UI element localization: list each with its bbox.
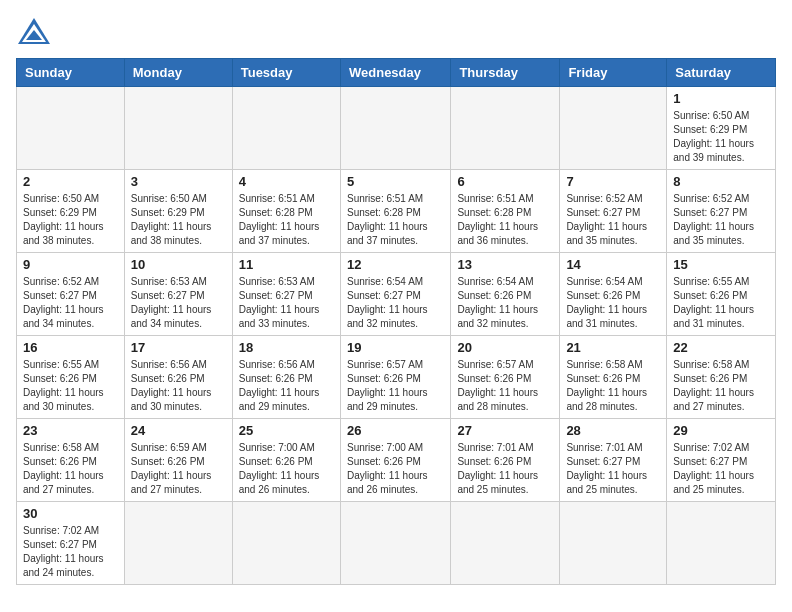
calendar-header-row: SundayMondayTuesdayWednesdayThursdayFrid… <box>17 59 776 87</box>
day-info: Sunrise: 6:50 AM Sunset: 6:29 PM Dayligh… <box>673 109 769 165</box>
calendar-cell: 26Sunrise: 7:00 AM Sunset: 6:26 PM Dayli… <box>340 419 450 502</box>
calendar-cell <box>232 87 340 170</box>
day-number: 18 <box>239 340 334 355</box>
logo <box>16 16 58 46</box>
calendar-cell: 5Sunrise: 6:51 AM Sunset: 6:28 PM Daylig… <box>340 170 450 253</box>
day-number: 6 <box>457 174 553 189</box>
day-number: 12 <box>347 257 444 272</box>
day-info: Sunrise: 6:55 AM Sunset: 6:26 PM Dayligh… <box>23 358 118 414</box>
day-info: Sunrise: 6:56 AM Sunset: 6:26 PM Dayligh… <box>131 358 226 414</box>
calendar-cell <box>560 502 667 585</box>
day-number: 15 <box>673 257 769 272</box>
calendar-cell <box>451 502 560 585</box>
calendar-week-row: 2Sunrise: 6:50 AM Sunset: 6:29 PM Daylig… <box>17 170 776 253</box>
calendar-cell: 3Sunrise: 6:50 AM Sunset: 6:29 PM Daylig… <box>124 170 232 253</box>
day-number: 24 <box>131 423 226 438</box>
calendar-week-row: 1Sunrise: 6:50 AM Sunset: 6:29 PM Daylig… <box>17 87 776 170</box>
calendar-cell <box>560 87 667 170</box>
calendar-cell: 16Sunrise: 6:55 AM Sunset: 6:26 PM Dayli… <box>17 336 125 419</box>
calendar-cell: 25Sunrise: 7:00 AM Sunset: 6:26 PM Dayli… <box>232 419 340 502</box>
calendar-cell <box>17 87 125 170</box>
day-number: 23 <box>23 423 118 438</box>
calendar-cell: 22Sunrise: 6:58 AM Sunset: 6:26 PM Dayli… <box>667 336 776 419</box>
day-number: 30 <box>23 506 118 521</box>
day-number: 7 <box>566 174 660 189</box>
calendar-cell: 28Sunrise: 7:01 AM Sunset: 6:27 PM Dayli… <box>560 419 667 502</box>
day-number: 10 <box>131 257 226 272</box>
day-number: 8 <box>673 174 769 189</box>
day-info: Sunrise: 6:56 AM Sunset: 6:26 PM Dayligh… <box>239 358 334 414</box>
day-number: 16 <box>23 340 118 355</box>
day-info: Sunrise: 6:57 AM Sunset: 6:26 PM Dayligh… <box>457 358 553 414</box>
calendar-cell: 19Sunrise: 6:57 AM Sunset: 6:26 PM Dayli… <box>340 336 450 419</box>
calendar-header-wednesday: Wednesday <box>340 59 450 87</box>
day-info: Sunrise: 6:54 AM Sunset: 6:27 PM Dayligh… <box>347 275 444 331</box>
calendar-header-saturday: Saturday <box>667 59 776 87</box>
day-info: Sunrise: 6:58 AM Sunset: 6:26 PM Dayligh… <box>23 441 118 497</box>
calendar-header-tuesday: Tuesday <box>232 59 340 87</box>
calendar-cell <box>451 87 560 170</box>
calendar-cell: 23Sunrise: 6:58 AM Sunset: 6:26 PM Dayli… <box>17 419 125 502</box>
day-number: 4 <box>239 174 334 189</box>
day-info: Sunrise: 7:01 AM Sunset: 6:27 PM Dayligh… <box>566 441 660 497</box>
day-info: Sunrise: 6:52 AM Sunset: 6:27 PM Dayligh… <box>566 192 660 248</box>
day-info: Sunrise: 6:58 AM Sunset: 6:26 PM Dayligh… <box>566 358 660 414</box>
calendar-cell: 11Sunrise: 6:53 AM Sunset: 6:27 PM Dayli… <box>232 253 340 336</box>
day-info: Sunrise: 7:02 AM Sunset: 6:27 PM Dayligh… <box>23 524 118 580</box>
day-info: Sunrise: 7:00 AM Sunset: 6:26 PM Dayligh… <box>347 441 444 497</box>
calendar-cell: 15Sunrise: 6:55 AM Sunset: 6:26 PM Dayli… <box>667 253 776 336</box>
calendar-cell: 17Sunrise: 6:56 AM Sunset: 6:26 PM Dayli… <box>124 336 232 419</box>
calendar-cell: 20Sunrise: 6:57 AM Sunset: 6:26 PM Dayli… <box>451 336 560 419</box>
day-number: 26 <box>347 423 444 438</box>
day-info: Sunrise: 6:52 AM Sunset: 6:27 PM Dayligh… <box>23 275 118 331</box>
day-info: Sunrise: 6:51 AM Sunset: 6:28 PM Dayligh… <box>239 192 334 248</box>
calendar-cell: 7Sunrise: 6:52 AM Sunset: 6:27 PM Daylig… <box>560 170 667 253</box>
calendar-week-row: 16Sunrise: 6:55 AM Sunset: 6:26 PM Dayli… <box>17 336 776 419</box>
day-info: Sunrise: 6:52 AM Sunset: 6:27 PM Dayligh… <box>673 192 769 248</box>
calendar-cell: 14Sunrise: 6:54 AM Sunset: 6:26 PM Dayli… <box>560 253 667 336</box>
day-number: 9 <box>23 257 118 272</box>
calendar-cell: 18Sunrise: 6:56 AM Sunset: 6:26 PM Dayli… <box>232 336 340 419</box>
calendar-cell: 24Sunrise: 6:59 AM Sunset: 6:26 PM Dayli… <box>124 419 232 502</box>
day-info: Sunrise: 6:53 AM Sunset: 6:27 PM Dayligh… <box>131 275 226 331</box>
calendar-header-thursday: Thursday <box>451 59 560 87</box>
day-number: 21 <box>566 340 660 355</box>
calendar-cell <box>667 502 776 585</box>
day-number: 19 <box>347 340 444 355</box>
day-info: Sunrise: 6:50 AM Sunset: 6:29 PM Dayligh… <box>23 192 118 248</box>
calendar-cell: 30Sunrise: 7:02 AM Sunset: 6:27 PM Dayli… <box>17 502 125 585</box>
calendar-cell: 29Sunrise: 7:02 AM Sunset: 6:27 PM Dayli… <box>667 419 776 502</box>
calendar-header-monday: Monday <box>124 59 232 87</box>
calendar-cell: 10Sunrise: 6:53 AM Sunset: 6:27 PM Dayli… <box>124 253 232 336</box>
calendar-cell: 4Sunrise: 6:51 AM Sunset: 6:28 PM Daylig… <box>232 170 340 253</box>
day-number: 17 <box>131 340 226 355</box>
calendar-header-friday: Friday <box>560 59 667 87</box>
calendar: SundayMondayTuesdayWednesdayThursdayFrid… <box>16 58 776 585</box>
day-number: 13 <box>457 257 553 272</box>
day-info: Sunrise: 6:58 AM Sunset: 6:26 PM Dayligh… <box>673 358 769 414</box>
day-number: 11 <box>239 257 334 272</box>
day-number: 2 <box>23 174 118 189</box>
calendar-cell: 6Sunrise: 6:51 AM Sunset: 6:28 PM Daylig… <box>451 170 560 253</box>
day-number: 22 <box>673 340 769 355</box>
calendar-cell: 12Sunrise: 6:54 AM Sunset: 6:27 PM Dayli… <box>340 253 450 336</box>
day-info: Sunrise: 6:53 AM Sunset: 6:27 PM Dayligh… <box>239 275 334 331</box>
calendar-cell: 1Sunrise: 6:50 AM Sunset: 6:29 PM Daylig… <box>667 87 776 170</box>
day-info: Sunrise: 6:57 AM Sunset: 6:26 PM Dayligh… <box>347 358 444 414</box>
day-number: 1 <box>673 91 769 106</box>
calendar-header-sunday: Sunday <box>17 59 125 87</box>
day-number: 3 <box>131 174 226 189</box>
day-info: Sunrise: 6:59 AM Sunset: 6:26 PM Dayligh… <box>131 441 226 497</box>
calendar-cell: 27Sunrise: 7:01 AM Sunset: 6:26 PM Dayli… <box>451 419 560 502</box>
day-number: 27 <box>457 423 553 438</box>
calendar-week-row: 9Sunrise: 6:52 AM Sunset: 6:27 PM Daylig… <box>17 253 776 336</box>
header <box>16 16 776 46</box>
day-number: 28 <box>566 423 660 438</box>
calendar-cell: 2Sunrise: 6:50 AM Sunset: 6:29 PM Daylig… <box>17 170 125 253</box>
calendar-cell <box>124 502 232 585</box>
day-info: Sunrise: 6:54 AM Sunset: 6:26 PM Dayligh… <box>566 275 660 331</box>
calendar-cell <box>124 87 232 170</box>
calendar-cell: 13Sunrise: 6:54 AM Sunset: 6:26 PM Dayli… <box>451 253 560 336</box>
day-info: Sunrise: 7:02 AM Sunset: 6:27 PM Dayligh… <box>673 441 769 497</box>
day-number: 20 <box>457 340 553 355</box>
